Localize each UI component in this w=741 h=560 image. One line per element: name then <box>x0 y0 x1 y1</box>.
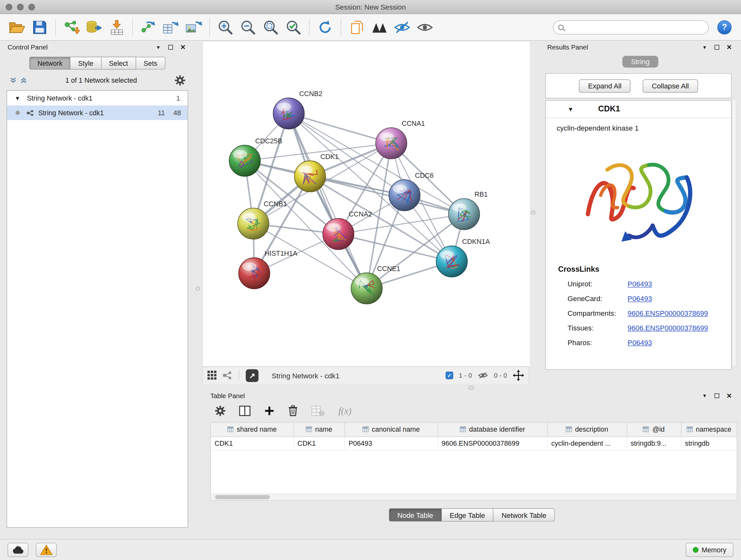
left-splitter-handle[interactable] <box>196 287 200 291</box>
selected-checkbox[interactable]: ✓ <box>446 372 453 379</box>
close-panel-icon[interactable]: ✕ <box>725 43 734 52</box>
right-splitter-handle[interactable] <box>531 210 535 214</box>
crosslink-value-link[interactable]: P06493 <box>628 280 652 288</box>
scrollbar-thumb[interactable] <box>215 495 270 499</box>
export-image-button[interactable] <box>184 16 204 38</box>
import-table-button[interactable] <box>106 16 127 38</box>
network-node[interactable]: RB1 <box>448 191 488 230</box>
network-selection-summary: 1 of 1 Network selected <box>30 77 172 84</box>
zoom-out-button[interactable] <box>238 16 259 38</box>
duplicate-network-button[interactable] <box>346 16 367 38</box>
grid-view-icon[interactable] <box>207 371 217 380</box>
zoom-in-button[interactable] <box>215 16 236 38</box>
column-header-database-identifier[interactable]: database identifier <box>437 423 547 436</box>
expand-all-button[interactable]: Expand All <box>579 79 630 92</box>
panel-menu-icon[interactable]: ▾ <box>700 391 709 400</box>
network-node[interactable]: HIST1H1A <box>239 250 298 289</box>
delete-column-icon[interactable] <box>288 405 298 417</box>
hide-selected-button[interactable] <box>392 16 413 38</box>
network-edge[interactable] <box>310 176 464 214</box>
tab-node-table[interactable]: Node Table <box>389 508 442 521</box>
table-row[interactable]: CDK1 CDK1 P06493 9606.ENSP00000378699 cy… <box>211 436 737 450</box>
export-table-button[interactable] <box>160 16 181 38</box>
close-panel-icon[interactable]: ✕ <box>725 391 734 400</box>
network-node[interactable]: CCNA1 <box>376 120 425 159</box>
tab-network[interactable]: Network <box>29 57 71 70</box>
table-options-gear-icon[interactable] <box>215 406 226 416</box>
crosslink-value-link[interactable]: P06493 <box>628 295 652 303</box>
panel-menu-icon[interactable]: ▾ <box>700 43 709 52</box>
cloud-status-button[interactable] <box>8 543 28 557</box>
network-tree-item[interactable]: String Network - cdk1 11 48 <box>7 105 188 120</box>
horizontal-scrollbar[interactable] <box>211 494 737 500</box>
cell-name[interactable]: CDK1 <box>293 436 345 450</box>
open-in-browser-button[interactable]: ↗ <box>246 369 259 382</box>
help-button[interactable]: ? <box>718 20 731 34</box>
network-node[interactable]: CCNB1 <box>238 200 287 240</box>
cell-canonical-name[interactable]: P06493 <box>345 436 438 450</box>
network-node[interactable]: CDK1 <box>294 153 339 192</box>
tab-edge-table[interactable]: Edge Table <box>442 508 494 521</box>
apply-layout-button[interactable] <box>315 16 335 38</box>
show-all-button[interactable] <box>414 16 435 38</box>
column-header-description[interactable]: description <box>547 423 627 436</box>
network-edge[interactable] <box>289 113 367 288</box>
network-collection-row[interactable]: ▼ String Network - cdk1 1 <box>7 91 188 105</box>
cell-namespace[interactable]: stringdb <box>681 436 737 450</box>
column-header-canonical-name[interactable]: canonical name <box>345 423 438 436</box>
import-network-database-button[interactable] <box>84 16 105 38</box>
network-options-gear-icon[interactable] <box>175 75 185 85</box>
crosslink-value-link[interactable]: P06493 <box>628 338 652 347</box>
export-network-button[interactable] <box>138 16 158 38</box>
close-window-button[interactable] <box>6 4 12 10</box>
first-neighbors-button[interactable] <box>369 16 390 38</box>
float-panel-icon[interactable] <box>713 391 721 400</box>
column-header-shared-name[interactable]: shared name <box>211 423 293 436</box>
column-header-id[interactable]: @id <box>627 423 681 436</box>
tab-network-table[interactable]: Network Table <box>493 508 555 521</box>
cell-id[interactable]: stringdb:9... <box>627 436 681 450</box>
crosslink-value-link[interactable]: 9606.ENSP00000378699 <box>628 309 708 317</box>
expand-all-icon[interactable] <box>20 77 27 84</box>
collapse-all-icon[interactable] <box>10 77 17 84</box>
search-input[interactable] <box>567 21 709 34</box>
collapse-all-button[interactable]: Collapse All <box>643 79 697 92</box>
network-canvas[interactable]: CCNB2CCNA1CDC25BCDK1CDC6RB1CCNB1CCNA2CDK… <box>203 42 530 366</box>
cell-description[interactable]: cyclin-dependent ... <box>547 436 627 450</box>
import-network-file-button[interactable] <box>61 16 82 38</box>
add-column-icon[interactable] <box>264 406 275 416</box>
network-edge[interactable] <box>289 113 391 143</box>
float-panel-icon[interactable] <box>713 43 721 52</box>
network-node[interactable]: CCNB2 <box>273 90 322 129</box>
zoom-fit-button[interactable] <box>260 16 281 38</box>
warnings-button[interactable] <box>36 543 57 557</box>
show-columns-icon[interactable] <box>239 406 251 416</box>
column-header-namespace[interactable]: namespace <box>681 423 737 436</box>
minimize-window-button[interactable] <box>17 4 23 10</box>
zoom-selected-button[interactable] <box>283 16 304 38</box>
panel-menu-icon[interactable]: ▾ <box>154 43 163 52</box>
pan-tool-icon[interactable] <box>513 370 524 381</box>
results-scrollbar[interactable] <box>732 99 736 367</box>
maximize-window-button[interactable] <box>28 4 35 10</box>
tab-sets[interactable]: Sets <box>136 57 165 70</box>
tree-expand-icon[interactable]: ▼ <box>15 95 22 102</box>
close-panel-icon[interactable]: ✕ <box>179 43 187 52</box>
open-session-button[interactable] <box>7 16 27 38</box>
network-node[interactable]: CDKN1A <box>436 238 490 277</box>
save-session-button[interactable] <box>29 16 50 38</box>
cell-database-identifier[interactable]: 9606.ENSP00000378699 <box>437 436 547 450</box>
entry-collapse-icon[interactable]: ▼ <box>568 106 574 113</box>
bottom-splitter-handle[interactable] <box>468 386 474 389</box>
cell-shared-name[interactable]: CDK1 <box>211 436 293 450</box>
node-table: shared name name canonical name database… <box>211 423 737 450</box>
tab-string[interactable]: String <box>623 56 658 68</box>
crosslink-value-link[interactable]: 9606.ENSP00000378699 <box>628 324 708 332</box>
memory-button[interactable]: Memory <box>685 543 733 557</box>
entry-header[interactable]: ▼ CDK1 <box>546 101 731 118</box>
tab-style[interactable]: Style <box>71 57 102 70</box>
tab-select[interactable]: Select <box>102 57 136 70</box>
float-panel-icon[interactable] <box>166 43 175 52</box>
network-view-icon[interactable] <box>222 371 232 380</box>
column-header-name[interactable]: name <box>293 423 345 436</box>
